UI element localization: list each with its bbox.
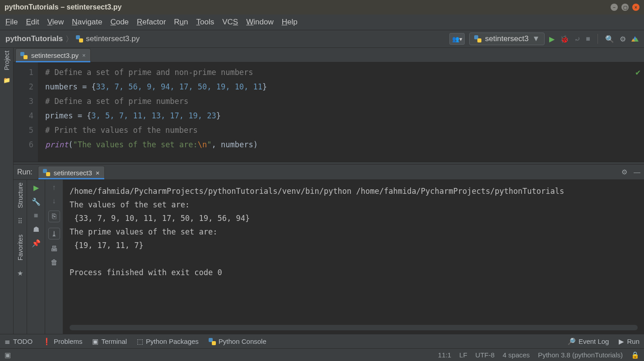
run-session-label: setintersect3 <box>54 169 92 177</box>
breadcrumb-project[interactable]: pythonTutorials <box>5 34 63 43</box>
code-with-me-button[interactable]: 👥▾ <box>449 33 465 45</box>
inspection-ok-icon[interactable]: ✔ <box>635 65 640 80</box>
star-icon: ★ <box>17 269 23 277</box>
run-action-column-2: ↑ ↓ ⎘ ⤓ 🖶 🗑 <box>45 180 63 334</box>
search-everywhere-button[interactable]: 🔍 <box>605 35 614 43</box>
maximize-button[interactable]: ▢ <box>621 4 629 11</box>
run-console-output[interactable]: /home/fahmida/PycharmProjects/pythonTuto… <box>63 180 644 334</box>
python-file-icon <box>76 35 83 42</box>
tool-windows-button[interactable]: ▣ <box>5 351 11 359</box>
settings-button[interactable]: ⚙ <box>620 35 626 43</box>
tool-favorites[interactable]: Favorites <box>17 234 24 261</box>
down-arrow-icon[interactable]: ↓ <box>52 197 56 205</box>
indent-setting[interactable]: 4 spaces <box>503 351 530 359</box>
structure-dots-icon: ⠿ <box>18 217 23 225</box>
coverage-button[interactable]: ⤾ <box>574 35 580 43</box>
file-encoding[interactable]: UTF-8 <box>476 351 495 359</box>
editor-tab-bar: setintersect3.py × <box>14 48 644 62</box>
soft-wrap-button[interactable]: ⎘ <box>48 211 60 222</box>
tool-terminal[interactable]: ▣ Terminal <box>92 338 127 346</box>
line-number-gutter: 1 2 3 4 5 6 <box>14 62 38 162</box>
tool-todo[interactable]: ≣ TODO <box>5 338 33 346</box>
tool-run[interactable]: ▶ Run <box>619 338 639 346</box>
toolbar-separator <box>597 34 598 44</box>
tool-python-packages[interactable]: ⬚ Python Packages <box>137 338 199 346</box>
breadcrumb-separator: 〉 <box>65 34 73 44</box>
breadcrumb-file-label: setintersect3.py <box>86 34 140 43</box>
window-titlebar: pythonTutorials – setintersect3.py – ▢ × <box>0 0 644 14</box>
minimize-button[interactable]: – <box>611 4 618 11</box>
close-run-tab-button[interactable]: × <box>96 169 100 177</box>
editor-tab-label: setintersect3.py <box>31 52 79 59</box>
lock-icon[interactable]: 🔒 <box>631 351 639 359</box>
menu-navigate[interactable]: Navigate <box>72 18 102 27</box>
caret-position[interactable]: 11:1 <box>438 351 451 359</box>
menu-view[interactable]: View <box>47 18 64 27</box>
debug-button[interactable]: 🐞 <box>560 35 569 43</box>
python-interpreter[interactable]: Python 3.8 (pythonTutorials) <box>538 351 623 359</box>
scroll-to-end-button[interactable]: ⤓ <box>48 228 60 239</box>
menu-edit[interactable]: Edit <box>26 18 39 27</box>
chevron-down-icon: ▼ <box>532 34 540 43</box>
run-session-tab[interactable]: setintersect3 × <box>38 166 105 179</box>
run-tool-window: Run: setintersect3 × ⚙ — Structure ⠿ Fav… <box>14 164 644 334</box>
tool-problems[interactable]: ❗ Problems <box>42 338 82 346</box>
breadcrumb-file[interactable]: setintersect3.py <box>76 34 140 43</box>
bottom-tool-strip: ≣ TODO ❗ Problems ▣ Terminal ⬚ Python Pa… <box>0 334 644 348</box>
folder-icon[interactable]: 📁 <box>3 77 10 84</box>
window-controls: – ▢ × <box>611 4 639 11</box>
run-configuration-selector[interactable]: setintersect3 ▼ <box>469 33 545 45</box>
window-title: pythonTutorials – setintersect3.py <box>5 3 121 11</box>
menu-bar: File Edit View Navigate Code Refactor Ru… <box>0 14 644 30</box>
navigation-bar: pythonTutorials 〉 setintersect3.py 👥▾ se… <box>0 30 644 48</box>
run-button[interactable]: ▶ <box>549 35 555 43</box>
horizontal-scrollbar[interactable] <box>70 325 638 330</box>
run-action-column-1: ▶ 🔧 ■ ☗ 📌 <box>27 180 45 334</box>
python-run-icon <box>43 169 50 176</box>
menu-code[interactable]: Code <box>110 18 129 27</box>
python-icon <box>209 338 216 345</box>
rerun-button[interactable]: ▶ <box>33 183 39 192</box>
code-content[interactable]: # Define a set of prime and non-prime nu… <box>38 62 267 162</box>
menu-vcs[interactable]: VCS <box>222 18 238 27</box>
line-ending[interactable]: LF <box>459 351 467 359</box>
tool-python-console[interactable]: Python Console <box>209 338 266 345</box>
menu-refactor[interactable]: Refactor <box>137 18 166 27</box>
ide-update-icon[interactable] <box>631 35 639 42</box>
menu-run[interactable]: Run <box>174 18 188 27</box>
status-bar: ▣ 11:1 LF UTF-8 4 spaces Python 3.8 (pyt… <box>0 348 644 361</box>
hide-run-panel-button[interactable]: — <box>634 168 640 176</box>
menu-tools[interactable]: Tools <box>196 18 215 27</box>
run-settings-button[interactable]: ⚙ <box>621 168 627 176</box>
python-run-icon <box>474 35 481 42</box>
stop-process-button[interactable]: ■ <box>34 211 38 220</box>
run-panel-title: Run: <box>17 168 33 176</box>
tool-project[interactable]: Project <box>3 51 10 70</box>
close-button[interactable]: × <box>632 4 639 11</box>
menu-file[interactable]: File <box>5 18 18 27</box>
menu-help[interactable]: Help <box>282 18 298 27</box>
tool-structure[interactable]: Structure <box>17 183 24 208</box>
print-button[interactable]: 🖶 <box>51 245 58 253</box>
run-config-label: setintersect3 <box>485 34 528 43</box>
left-tool-strip: Project 📁 <box>0 48 14 334</box>
pin-button[interactable]: 📌 <box>32 239 41 248</box>
code-editor[interactable]: 1 2 3 4 5 6 # Define a set of prime and … <box>14 62 644 162</box>
delete-button[interactable]: 🗑 <box>51 258 58 267</box>
tool-event-log[interactable]: 🔎 Event Log <box>567 338 609 346</box>
editor-tab[interactable]: setintersect3.py × <box>15 48 91 62</box>
python-file-icon <box>20 52 28 59</box>
layout-button[interactable]: ☗ <box>33 225 39 234</box>
menu-window[interactable]: Window <box>246 18 273 27</box>
wrench-icon[interactable]: 🔧 <box>32 197 41 206</box>
close-tab-button[interactable]: × <box>82 52 86 59</box>
stop-button[interactable]: ■ <box>586 35 590 43</box>
up-arrow-icon[interactable]: ↑ <box>52 183 56 192</box>
